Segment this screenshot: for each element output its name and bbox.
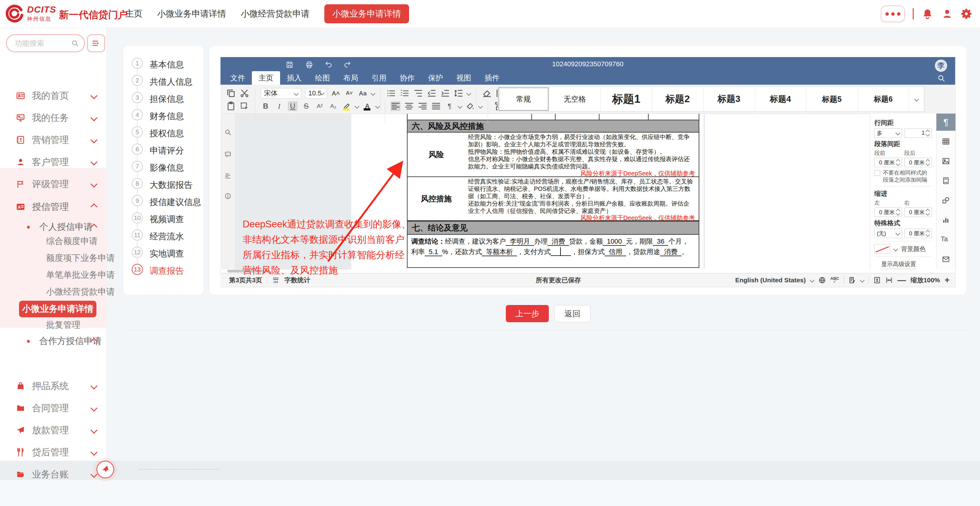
font-size-select[interactable]: 10.5: [305, 88, 327, 98]
fill-color-button[interactable]: [465, 101, 475, 111]
italic-button[interactable]: I: [274, 101, 284, 111]
fit-page-icon[interactable]: [873, 276, 881, 284]
textart-tool-icon[interactable]: Ta: [941, 235, 948, 243]
quick-launch-button[interactable]: [96, 461, 114, 478]
zoom-in-button[interactable]: +: [945, 276, 950, 284]
grow-font-button[interactable]: A˄: [331, 88, 340, 98]
image-tool-icon[interactable]: [942, 157, 950, 165]
paste-button[interactable]: [226, 101, 236, 111]
numbered-list-button[interactable]: [399, 88, 409, 98]
sidebar-item-综合额度申请[interactable]: 综合额度申请: [0, 233, 106, 250]
editor-tab-协作[interactable]: 协作: [393, 71, 422, 85]
sidebar-item-客户管理[interactable]: 客户管理: [0, 154, 106, 171]
editor-tab-文件[interactable]: 文件: [224, 71, 252, 85]
cut-button[interactable]: [240, 88, 250, 98]
notification-bell-icon[interactable]: [922, 8, 933, 20]
sidebar-item-押品系统[interactable]: 押品系统: [0, 378, 106, 395]
nav-tab-1[interactable]: 主页: [125, 8, 143, 20]
style-无空格[interactable]: 无空格: [549, 87, 600, 111]
align-left-button[interactable]: [391, 101, 401, 111]
align-right-button[interactable]: [418, 101, 428, 111]
spacing-before-stepper[interactable]: 0 厘米: [874, 158, 902, 167]
editing-mode-dropdown-icon[interactable]: [860, 278, 865, 282]
editor-tab-绘图[interactable]: 绘图: [308, 71, 337, 85]
collaborator-avatar[interactable]: 李: [935, 60, 947, 72]
zoom-level[interactable]: 缩放100%: [911, 276, 940, 284]
sidebar-item-小微经营贷款申请[interactable]: 小微经营贷款申请: [0, 283, 106, 300]
special-format-stepper[interactable]: 0 厘米: [904, 228, 932, 238]
wizard-step-5[interactable]: 5授权信息: [123, 127, 203, 139]
justify-button[interactable]: [431, 101, 441, 111]
style-标题4[interactable]: 标题4: [755, 87, 806, 111]
sidebar-item-合同管理[interactable]: 合同管理: [0, 400, 106, 417]
style-常规[interactable]: 常规: [498, 87, 549, 111]
no-space-between-checkbox[interactable]: 不要在相同样式的段落之间添加间隔: [874, 170, 932, 184]
user-profile-icon[interactable]: [941, 8, 953, 20]
editor-tab-引用[interactable]: 引用: [365, 71, 393, 85]
bullet-list-button[interactable]: [386, 88, 396, 98]
line-spacing-stepper[interactable]: 1: [904, 128, 932, 138]
shrink-font-button[interactable]: A˅: [344, 88, 354, 98]
multilevel-list-button[interactable]: [413, 88, 423, 98]
swatch-dropdown-icon[interactable]: [893, 246, 898, 251]
style-标题3[interactable]: 标题3: [703, 87, 755, 111]
strikethrough-button[interactable]: S: [301, 101, 311, 111]
editor-search-icon[interactable]: [937, 74, 945, 82]
globe-icon[interactable]: [818, 276, 826, 284]
highlight-color-button[interactable]: [342, 101, 352, 111]
style-标题2[interactable]: 标题2: [652, 87, 703, 111]
info-icon[interactable]: [224, 193, 231, 200]
wizard-step-9[interactable]: 9授信建议信息: [123, 195, 203, 208]
style-gallery-expand[interactable]: [909, 87, 924, 111]
show-advanced-link[interactable]: 显示高级设置: [881, 260, 916, 269]
select-button[interactable]: [240, 101, 250, 111]
chart-tool-icon[interactable]: [942, 216, 950, 224]
paragraph-marks-button[interactable]: ¶: [445, 101, 455, 111]
table-tool-icon[interactable]: [942, 138, 950, 146]
editor-tab-视图[interactable]: 视图: [450, 71, 478, 85]
sidebar-item-评级管理[interactable]: 评级管理: [0, 176, 106, 193]
editing-mode-icon[interactable]: [848, 276, 856, 284]
language-selector[interactable]: English (United States): [735, 276, 806, 284]
wizard-step-10[interactable]: 10视频调查: [123, 213, 203, 225]
sidebar-item-放款管理[interactable]: 放款管理: [0, 422, 106, 439]
mailmerge-tool-icon[interactable]: [942, 255, 950, 263]
previous-step-button[interactable]: 上一步: [506, 305, 549, 322]
nav-tab-active[interactable]: 小微业务申请详情: [324, 4, 409, 23]
style-标题6[interactable]: 标题6: [858, 87, 909, 111]
sidebar-item-营销管理[interactable]: 营销管理: [0, 131, 106, 149]
font-color-button[interactable]: A: [363, 101, 372, 111]
sidebar-item-额度项下业务申请[interactable]: 额度项下业务申请: [0, 249, 106, 266]
wizard-step-6[interactable]: 6申请评分: [123, 144, 203, 156]
underline-button[interactable]: U: [288, 101, 298, 111]
document-page[interactable]: 六、风险及风控措施 风险 经营风险：小微企业市场竞争力弱，易受行业波动（如政策变…: [352, 114, 870, 270]
line-spacing-select[interactable]: 多: [874, 128, 902, 138]
zoom-out-button[interactable]: —: [897, 276, 906, 284]
more-actions-button[interactable]: [881, 6, 905, 22]
comments-icon[interactable]: [224, 151, 231, 158]
sidebar-item-授信管理[interactable]: 授信管理: [0, 198, 106, 216]
wizard-step-13[interactable]: 13调查报告: [123, 264, 203, 276]
sidebar-item-合作方授信申请[interactable]: 合作方授信申请: [0, 333, 106, 350]
line-spacing-button[interactable]: [453, 88, 463, 98]
copy-button[interactable]: [226, 88, 236, 98]
editor-tab-插件[interactable]: 插件: [478, 71, 506, 85]
sidebar-item-批复管理[interactable]: 批复管理: [0, 316, 106, 333]
wizard-step-7[interactable]: 7影像信息: [123, 161, 203, 173]
sidebar-item-active-小微业务申请详情[interactable]: 小微业务申请详情: [19, 301, 96, 317]
wizard-step-1[interactable]: 1基本信息: [123, 58, 203, 70]
search-input[interactable]: [14, 39, 71, 48]
style-标题1[interactable]: 标题1: [601, 87, 652, 111]
wizard-step-11[interactable]: 11经营流水: [123, 230, 203, 242]
font-name-select[interactable]: 宋体: [261, 88, 301, 98]
checkbox-box[interactable]: [874, 170, 880, 176]
superscript-button[interactable]: A²: [315, 101, 325, 111]
align-center-button[interactable]: [404, 101, 414, 111]
nav-tab-2[interactable]: 小微业务申请详情: [157, 8, 226, 20]
subscript-button[interactable]: A₂: [328, 101, 338, 111]
editor-tab-保护[interactable]: 保护: [422, 71, 450, 85]
fit-width-icon[interactable]: [885, 276, 893, 284]
settings-gear-icon[interactable]: [961, 8, 973, 20]
sidebar-item-我的首页[interactable]: 我的首页: [0, 87, 106, 104]
nav-tab-3[interactable]: 小微经营贷款申请: [241, 8, 310, 20]
